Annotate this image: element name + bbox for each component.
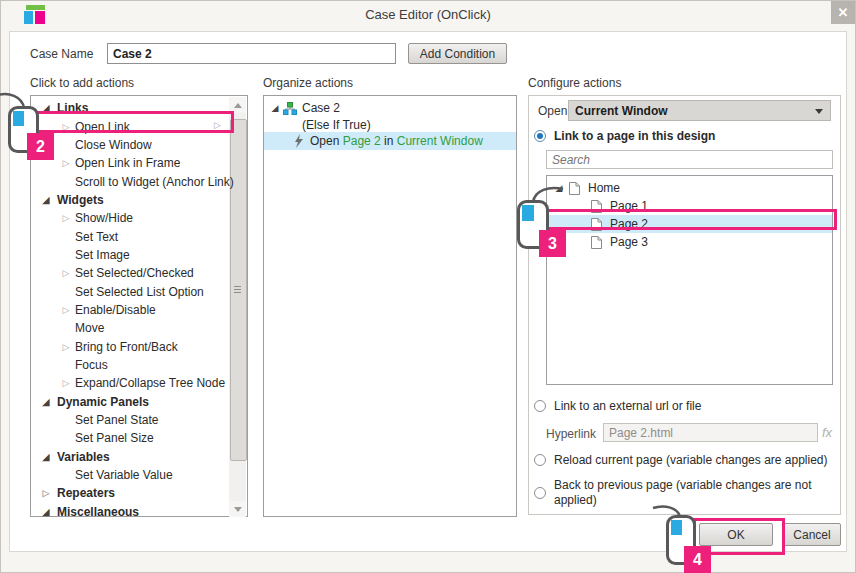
add-condition-button[interactable]: Add Condition [408, 43, 507, 64]
action-item-set-panel-size[interactable]: Set Panel Size [31, 429, 229, 447]
action-item-set-selected-list-option[interactable]: Set Selected List Option [31, 282, 229, 300]
action-item-move[interactable]: Move [31, 319, 229, 337]
right-column-header: Configure actions [528, 76, 621, 90]
case-condition: (Else If True) [264, 117, 516, 132]
expanded-icon[interactable]: ◢ [40, 397, 52, 407]
action-item-set-variable-value[interactable]: Set Variable Value [31, 466, 229, 484]
collapsed-icon[interactable]: ▷ [40, 488, 52, 498]
action-category-miscellaneous[interactable]: ◢Miscellaneous [31, 503, 229, 521]
action-item-bring-to-front-back[interactable]: ▷Bring to Front/Back [31, 337, 229, 355]
collapsed-icon[interactable]: ▷ [60, 305, 72, 315]
action-item-set-selected-checked[interactable]: ▷Set Selected/Checked [31, 264, 229, 282]
cancel-button[interactable]: Cancel [783, 523, 841, 546]
action-item-set-text[interactable]: Set Text [31, 227, 229, 245]
action-category-dynamic-panels[interactable]: ◢Dynamic Panels [31, 393, 229, 411]
scroll-up-icon[interactable] [229, 97, 246, 113]
collapsed-icon[interactable]: ▷ [60, 158, 72, 168]
action-item-show-hide[interactable]: ▷Show/Hide [31, 209, 229, 227]
collapsed-icon[interactable]: ▷ [60, 342, 72, 352]
expanded-icon[interactable]: ◢ [40, 507, 52, 517]
search-input[interactable] [546, 150, 833, 169]
page-node-page3[interactable]: Page 3 [547, 233, 832, 251]
case-icon [283, 102, 297, 115]
scroll-down-icon[interactable] [229, 501, 246, 517]
page-node-page1[interactable]: Page 1 [547, 197, 832, 215]
case-name-input[interactable] [107, 43, 396, 64]
action-category-widgets[interactable]: ◢Widgets [31, 191, 229, 209]
expanded-icon[interactable]: ◢ [269, 103, 281, 113]
page-node-page2-selected[interactable]: Page 2 [547, 215, 832, 233]
case-name-label: Case Name [30, 47, 93, 61]
chevron-down-icon [815, 109, 823, 114]
action-category-links[interactable]: ◢Links [31, 99, 229, 117]
radio-link-page[interactable]: Link to a page in this design [534, 129, 715, 143]
action-category-variables[interactable]: ◢Variables [31, 448, 229, 466]
action-tree: ◢Links ▷Open Link▷ Close Window ▷Open Li… [31, 99, 229, 521]
action-row-selected[interactable]: Open Page 2 in Current Window [264, 132, 516, 150]
action-item-focus[interactable]: Focus [31, 356, 229, 374]
ok-button[interactable]: OK [699, 523, 773, 546]
radio-unselected-icon[interactable] [534, 400, 546, 412]
action-text: Open Page 2 in Current Window [310, 134, 483, 148]
action-item-set-panel-state[interactable]: Set Panel State [31, 411, 229, 429]
app-logo-icon [24, 5, 47, 24]
fx-icon[interactable]: fx [822, 425, 832, 440]
radio-unselected-icon[interactable] [534, 487, 546, 499]
action-item-close-window[interactable]: Close Window [31, 136, 229, 154]
page-icon [591, 200, 602, 213]
radio-unselected-icon[interactable] [534, 454, 546, 466]
case-editor-dialog: Case Editor (OnClick) ✕ Case Name Add Co… [0, 0, 856, 573]
page-icon [591, 236, 602, 249]
open-in-dropdown[interactable]: Current Window [568, 100, 831, 121]
radio-external-url[interactable]: Link to an external url or file [534, 399, 701, 413]
action-item-set-image[interactable]: Set Image [31, 246, 229, 264]
hyperlink-label: Hyperlink [546, 427, 596, 441]
organize-list: ◢ Case 2 (Else If True) Open Page 2 in C… [263, 95, 517, 517]
collapsed-icon[interactable]: ▷ [60, 268, 72, 278]
submenu-arrow-icon: ▷ [214, 120, 221, 130]
page-icon [569, 182, 580, 195]
page-icon [591, 218, 602, 231]
case-node[interactable]: ◢ Case 2 [264, 99, 516, 117]
action-item-expand-collapse-tree-node[interactable]: ▷Expand/Collapse Tree Node [31, 374, 229, 392]
action-item-open-link-in-frame[interactable]: ▷Open Link in Frame [31, 154, 229, 172]
collapsed-icon[interactable]: ▷ [60, 378, 72, 388]
dialog-title: Case Editor (OnClick) [0, 0, 856, 28]
lightning-bolt-icon [294, 134, 304, 148]
case-node-label: Case 2 [302, 101, 340, 115]
action-item-enable-disable[interactable]: ▷Enable/Disable [31, 301, 229, 319]
action-item-open-link[interactable]: ▷Open Link▷ [31, 117, 229, 135]
scrollbar[interactable] [229, 97, 246, 517]
middle-column-header: Organize actions [263, 76, 353, 90]
radio-reload-page[interactable]: Reload current page (variable changes ar… [534, 453, 828, 467]
step-badge-4: 4 [684, 546, 711, 573]
page-node-home[interactable]: ◢ Home [547, 179, 832, 197]
page-tree: ◢ Home Page 1 Page 2 Page 3 [546, 175, 833, 385]
action-item-scroll-to-widget[interactable]: Scroll to Widget (Anchor Link) [31, 172, 229, 190]
scrollbar-thumb[interactable] [230, 119, 247, 461]
collapsed-icon[interactable]: ▷ [60, 122, 72, 132]
radio-selected-icon[interactable] [534, 130, 546, 142]
expanded-icon[interactable]: ◢ [40, 195, 52, 205]
expanded-icon[interactable]: ◢ [40, 452, 52, 462]
close-icon[interactable]: ✕ [831, 1, 855, 24]
hyperlink-input[interactable] [603, 423, 818, 442]
step-badge-2: 2 [27, 133, 54, 160]
step-badge-3: 3 [539, 230, 566, 257]
action-category-repeaters[interactable]: ▷Repeaters [31, 484, 229, 502]
collapsed-icon[interactable]: ▷ [60, 213, 72, 223]
